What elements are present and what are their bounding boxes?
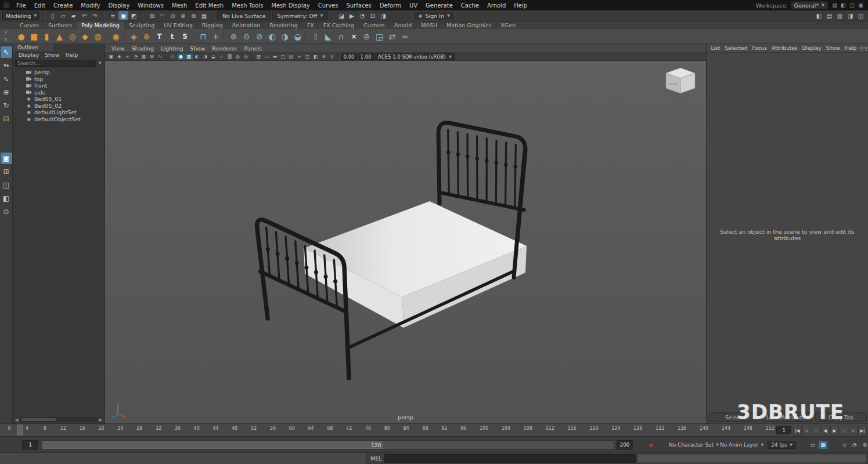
current-frame-field[interactable] [776,426,791,434]
menu-surfaces[interactable]: Surfaces [342,2,375,9]
grid-snap-icon[interactable]: ▦ [819,441,827,449]
step-forward-key-button[interactable]: » [849,426,858,435]
resolution-gate-icon[interactable]: ▭ [263,53,271,60]
menu-create[interactable]: Create [49,2,77,9]
move-tool[interactable]: ⊕ [1,86,12,98]
hud-icon[interactable]: ▤ [287,53,295,60]
scrollbar-track[interactable] [20,417,97,422]
go-to-end-button[interactable]: ▶| [858,426,867,435]
ae-dock-icon[interactable]: ◳ [859,46,864,51]
channel-box-icon[interactable]: ▥ [835,11,845,20]
outliner-item-front[interactable]: front [13,82,105,89]
render-current-frame-icon[interactable]: ▶ [347,11,356,20]
animation-end-field[interactable] [617,440,633,449]
isolate-select-icon[interactable]: ◎ [242,53,250,60]
menu-windows[interactable]: Windows [134,2,168,9]
step-back-key-button[interactable]: « [802,426,811,435]
poly-cylinder-icon[interactable]: ▮ [41,30,53,43]
outliner-menu-show[interactable]: Show [42,52,62,58]
extract-icon[interactable]: ⊘ [253,30,265,43]
viewport-menu-lighting[interactable]: Lighting [158,45,186,52]
svg-tool-icon[interactable]: S [179,30,191,43]
viewport-menu-view[interactable]: View [109,45,128,52]
outliner-item-bed05-01[interactable]: Bed05_01 [13,96,105,103]
ae-menu-display[interactable]: Display [800,45,823,51]
shelf-tab-poly-modeling[interactable]: Poly Modeling [77,21,124,29]
shadows-icon[interactable]: ◑ [201,53,209,60]
viewport-canvas[interactable]: FRONT persp [105,61,706,423]
menu-edit[interactable]: Edit [30,2,49,9]
outliner-hscrollbar[interactable]: ◀ ▶ [14,416,103,422]
menu-arnold[interactable]: Arnold [483,2,510,9]
shelf-menu-icon[interactable]: ≡ [2,37,10,42]
render-settings-icon[interactable]: ⊡ [368,11,377,20]
shelf-tab-custom[interactable]: Custom [359,21,389,29]
ae-menu-attributes[interactable]: Attributes [769,45,799,51]
save-scene-icon[interactable]: ▰ [69,11,78,20]
outliner-item-defaultlightset[interactable]: defaultLightSet [13,109,105,116]
menu-uv[interactable]: UV [405,2,422,9]
outliner-item-defaultobjectset[interactable]: defaultObjectSet [13,116,105,123]
shelf-tab-toggle-icon[interactable]: ▾ [2,30,10,35]
shelf-tab-fx-caching[interactable]: FX Caching [319,21,359,29]
load-attributes-button[interactable]: Load Attributes [761,412,813,422]
shelf-tab-fx[interactable]: FX [302,21,319,29]
gamma-icon[interactable]: γ [328,53,336,60]
2d-pan-zoom-icon[interactable]: ⊞ [148,53,156,60]
bevel-icon[interactable]: ◣ [322,30,334,43]
film-gate-icon[interactable]: □ [279,53,287,60]
select-object-icon[interactable]: ▣ [118,11,128,20]
ae-collapse-icon[interactable]: ◰ [865,46,868,51]
lasso-select-tool[interactable]: ↬ [1,60,12,71]
select-button[interactable]: Select [708,412,759,422]
ae-menu-focus[interactable]: Focus [750,45,769,51]
screen-space-ao-icon[interactable]: ◒ [210,53,217,60]
center-pivot-icon[interactable]: + [210,30,222,43]
workspace-layout-icon[interactable]: ▤ [831,2,838,9]
depth-of-field-icon[interactable]: ◍ [234,53,242,60]
shelf-tab-sculpting[interactable]: Sculpting [124,21,159,29]
layout-single-pane[interactable]: ▣ [1,153,12,164]
scale-tool[interactable]: ⊡ [1,113,12,125]
snap-to-point-icon[interactable]: ⊙ [168,11,178,20]
layout-two-pane[interactable]: ◫ [1,179,12,191]
anim-layer-dropdown[interactable]: No Anim Layer ▼ [720,441,763,449]
outliner-item-side[interactable]: side [13,89,105,96]
playback-start-field[interactable] [22,440,38,449]
poly-cube-icon[interactable]: ■ [28,30,40,43]
command-feedback-icon[interactable]: ▭ [808,441,817,449]
outliner-item-top[interactable]: top [13,76,105,83]
menu-mesh-display[interactable]: Mesh Display [267,2,314,9]
redo-icon[interactable]: ↷ [90,11,100,20]
step-back-frame-button[interactable]: ‹ [812,426,820,435]
display-render-globals-icon[interactable]: ◨ [378,11,388,20]
ipr-render-icon[interactable]: ◔ [357,11,367,20]
object-details-icon[interactable]: ≡ [296,53,303,60]
wireframe-icon[interactable]: ◇ [169,53,177,60]
scroll-left-icon[interactable]: ◀ [14,417,20,422]
motion-blur-icon[interactable]: ≈ [218,53,225,60]
scroll-right-icon[interactable]: ▶ [98,417,103,422]
attribute-editor-icon[interactable]: ◨ [845,11,855,20]
shelf-tab-animation[interactable]: Animation [228,21,265,29]
open-scene-icon[interactable]: ▱ [58,11,68,20]
menu-file[interactable]: File [12,2,30,9]
bridge-icon[interactable]: ∩ [335,30,347,43]
boolean-difference-icon[interactable]: ◑ [279,30,291,43]
gamma-field[interactable] [358,53,374,60]
boolean-union-icon[interactable]: ◐ [266,30,278,43]
play-forward-button[interactable]: ▶ [830,426,839,435]
shelf-tab-arnold[interactable]: Arnold [390,21,417,29]
sign-in-button[interactable]: ◉ Sign In ▼ [413,12,455,20]
separate-icon[interactable]: ⊖ [240,30,253,43]
menu-set-dropdown[interactable]: Modeling ▼ [2,12,39,20]
new-scene-icon[interactable]: ▯ [48,11,57,20]
exposure-field[interactable] [341,53,357,60]
multi-cut-icon[interactable]: × [348,30,360,43]
live-surface-button[interactable]: No Live Surface [217,12,271,20]
menu-mesh[interactable]: Mesh [168,2,191,9]
poly-disc-icon[interactable]: ◍ [92,30,104,43]
paint-select-tool[interactable]: ∿ [1,73,12,85]
quad-draw-icon[interactable]: ◲ [373,30,386,43]
menu-display[interactable]: Display [104,2,134,9]
